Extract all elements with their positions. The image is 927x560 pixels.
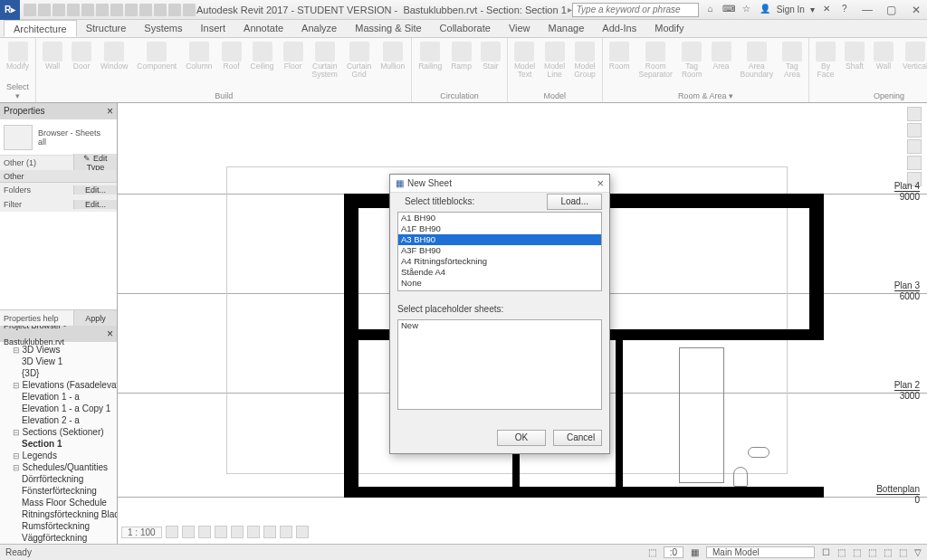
apply-button[interactable]: Apply	[73, 310, 117, 326]
qat-icon[interactable]	[168, 4, 181, 16]
signin-chevron-icon[interactable]: ▾	[810, 5, 815, 14]
dialog-close-icon[interactable]: ×	[597, 176, 604, 190]
load-button[interactable]: Load...	[547, 194, 602, 210]
browser-node[interactable]: Väggförteckning	[0, 532, 117, 544]
tool-stair[interactable]: Stair	[478, 40, 503, 72]
tool-wall[interactable]: Wall	[871, 40, 896, 72]
keyboard-icon[interactable]: ⌨	[722, 4, 735, 16]
browser-node[interactable]: Fönsterförteckning	[0, 485, 117, 497]
titleblock-option[interactable]: A1F BH90	[398, 223, 601, 234]
level-head[interactable]: Plan 49000	[894, 181, 923, 202]
qat-print-icon[interactable]	[81, 4, 94, 16]
ribbon-tab-systems[interactable]: Systems	[135, 20, 191, 37]
browser-node[interactable]: Schedules/Quantities	[0, 461, 117, 473]
tool-railing[interactable]: Railing	[416, 40, 444, 72]
browser-node[interactable]: Elevation 1 - a	[0, 391, 117, 403]
browser-close-icon[interactable]: ×	[107, 326, 113, 342]
titleblock-option[interactable]: Stående A4	[398, 267, 601, 278]
crop-view-icon[interactable]	[231, 526, 244, 538]
sun-path-icon[interactable]	[198, 526, 211, 538]
subscription-icon[interactable]: ⌂	[704, 4, 717, 16]
reveal-icon[interactable]	[280, 526, 292, 538]
tool-floor[interactable]: Floor	[281, 40, 306, 72]
tool-area[interactable]: Area	[709, 40, 734, 72]
filter-icon[interactable]: ▽	[914, 547, 922, 557]
tool-modify[interactable]: Modify	[4, 40, 32, 72]
property-edit-button[interactable]: Edit...	[73, 200, 117, 209]
hide-isolate-icon[interactable]	[263, 526, 276, 538]
placeholder-listbox[interactable]: New	[397, 319, 602, 410]
qat-open-icon[interactable]	[24, 4, 36, 16]
browser-node[interactable]: Elevations (Fasadelevation)	[0, 379, 117, 391]
browser-node[interactable]: Legends	[0, 450, 117, 461]
favorite-icon[interactable]: ☆	[741, 4, 753, 16]
project-browser-tree[interactable]: 3D Views3D View 1{3D}Elevations (Fasadel…	[0, 342, 117, 544]
titleblock-option[interactable]: A4 Ritningsförteckning	[398, 256, 601, 267]
ribbon-tab-insert[interactable]: Insert	[192, 20, 235, 37]
tool-model-text[interactable]: Model Text	[511, 40, 538, 81]
tool-curtain-system[interactable]: Curtain System	[310, 40, 340, 81]
constraints-icon[interactable]	[296, 526, 309, 538]
titleblocks-listbox[interactable]: A1 BH90A1F BH90A3 BH90A3F BH90A4 Ritning…	[397, 212, 602, 291]
tool-room-separator[interactable]: Room Separator	[636, 40, 675, 81]
close-button[interactable]: ✕	[905, 1, 927, 19]
qat-icon[interactable]	[110, 4, 123, 16]
browser-node[interactable]: Elevation 1 - a Copy 1	[0, 403, 117, 414]
press-drag-icon[interactable]: ⬚	[648, 547, 656, 557]
ribbon-tab-collaborate[interactable]: Collaborate	[431, 20, 500, 37]
instance-filter[interactable]: Other (1)	[0, 158, 73, 167]
ribbon-tab-annotate[interactable]: Annotate	[234, 20, 292, 37]
property-edit-button[interactable]: Edit...	[73, 185, 117, 195]
qat-icon[interactable]	[125, 4, 138, 16]
maximize-button[interactable]: ▢	[881, 1, 903, 19]
browser-node[interactable]: Ritningsförteckning Blad 1	[0, 508, 117, 520]
user-icon[interactable]: 👤	[759, 4, 771, 16]
qat-icon[interactable]	[139, 4, 152, 16]
qat-icon[interactable]	[154, 4, 167, 16]
minimize-button[interactable]: —	[856, 1, 878, 19]
help-search-input[interactable]	[572, 3, 699, 17]
signin-link[interactable]: Sign In	[777, 5, 805, 14]
ribbon-tab-structure[interactable]: Structure	[77, 20, 136, 37]
workset-icon[interactable]: ▦	[691, 547, 699, 557]
titleblock-option[interactable]: None	[398, 278, 601, 289]
tool-window[interactable]: Window	[98, 40, 130, 72]
select-links-icon[interactable]: ⬚	[837, 547, 846, 557]
tool-shaft[interactable]: Shaft	[842, 40, 867, 72]
shadows-icon[interactable]	[215, 526, 227, 538]
crop-visible-icon[interactable]	[247, 526, 260, 538]
tool-model-line[interactable]: Model Line	[541, 40, 568, 81]
tool-wall[interactable]: Wall	[40, 40, 65, 72]
ribbon-tab-modify[interactable]: Modify	[645, 20, 693, 37]
select-face-icon[interactable]: ⬚	[884, 547, 892, 557]
type-selector[interactable]: Browser - Sheetsall	[0, 119, 117, 156]
properties-close-icon[interactable]: ×	[107, 103, 113, 119]
app-logo[interactable]: R▸	[0, 0, 20, 20]
tool-ceiling[interactable]: Ceiling	[248, 40, 277, 72]
tool-area-boundary[interactable]: Area Boundary	[738, 40, 776, 81]
level-head[interactable]: Bottenplan0	[876, 484, 923, 505]
browser-node[interactable]: 3D Views	[0, 344, 117, 356]
ribbon-tab-manage[interactable]: Manage	[540, 20, 594, 37]
qat-redo-icon[interactable]	[67, 4, 80, 16]
tool-curtain-grid[interactable]: Curtain Grid	[344, 40, 374, 81]
tool-by-face[interactable]: By Face	[813, 40, 838, 81]
ribbon-tab-view[interactable]: View	[500, 20, 540, 37]
ribbon-tab-massing-site[interactable]: Massing & Site	[346, 20, 430, 37]
browser-node[interactable]: Sections (Sektioner)	[0, 426, 117, 438]
dialog-titlebar[interactable]: ▦ New Sheet ×	[390, 175, 609, 193]
browser-node[interactable]: Rumsförteckning	[0, 520, 117, 532]
titleblock-option[interactable]: A3 BH90	[398, 234, 601, 245]
browser-node[interactable]: {3D}	[0, 367, 117, 379]
browser-node[interactable]: 3D View 1	[0, 356, 117, 367]
exchange-icon[interactable]: ✕	[820, 4, 833, 16]
home-icon[interactable]	[907, 107, 922, 121]
ok-button[interactable]: OK	[497, 430, 546, 446]
tool-room[interactable]: Room	[607, 40, 633, 72]
level-head[interactable]: Plan 36000	[894, 280, 923, 301]
steering-wheel-icon[interactable]	[907, 139, 922, 154]
tool-model-group[interactable]: Model Group	[571, 40, 598, 81]
ribbon-tab-architecture[interactable]: Architecture	[4, 20, 77, 37]
browser-node[interactable]: Mass Floor Schedule	[0, 497, 117, 508]
tool-tag-area[interactable]: Tag Area	[779, 40, 805, 81]
